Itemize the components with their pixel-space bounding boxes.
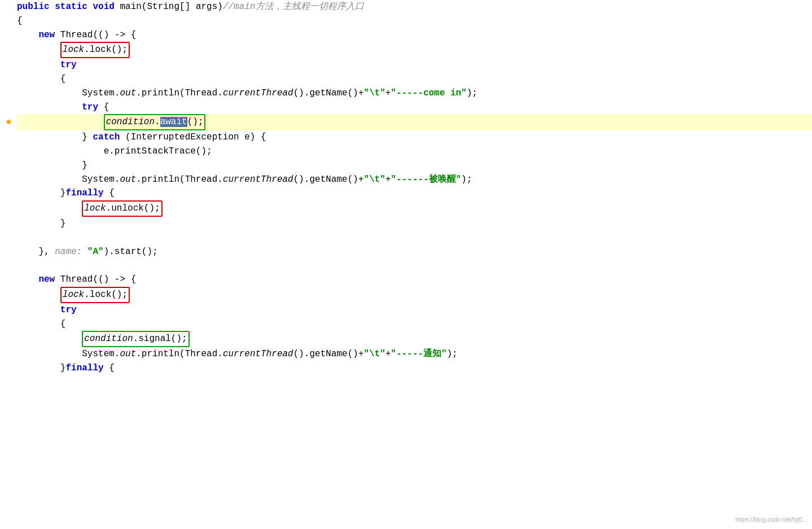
code-line-empty1 — [17, 231, 812, 245]
indent2b — [17, 361, 60, 375]
brace-try-open: { — [60, 72, 66, 86]
code-line: }, name: "A").start(); — [17, 245, 812, 259]
left-marker: ● — [6, 115, 12, 130]
code-line: e.printStackTrace(); — [17, 145, 812, 159]
indent3 — [17, 130, 82, 145]
string-tab2: "\t" — [364, 173, 385, 187]
semi1: ); — [467, 86, 477, 100]
keyword-static: static — [55, 0, 93, 14]
sysout1: System.out.println(Thread.currentThread(… — [82, 86, 363, 100]
brace-finally-open: { — [104, 186, 115, 200]
brace-finally-close: } — [60, 217, 66, 231]
condition-await-box: condition.await(); — [104, 114, 206, 130]
lock-unlock-box: lock.unlock(); — [82, 200, 162, 217]
brace-catch-close: } — [82, 130, 93, 145]
lock-italic: lock — [63, 45, 84, 55]
plus2: + — [385, 173, 391, 187]
code-line: System.out.println(Thread.currentThread(… — [17, 86, 812, 100]
indent2 — [17, 72, 60, 86]
code-line: new Thread(() -> { — [17, 28, 812, 42]
indent2b — [17, 303, 60, 317]
indent2b — [17, 317, 60, 331]
string-name-a: "A" — [87, 245, 104, 259]
lock-lock-box: lock.lock(); — [60, 42, 130, 58]
code-line: { — [17, 72, 812, 86]
code-line: try — [17, 58, 812, 72]
indent4 — [17, 145, 104, 159]
indent2b — [17, 288, 60, 302]
code-line: try — [17, 303, 812, 317]
condition-italic: condition — [106, 117, 155, 127]
thread-call2: Thread(() -> { — [60, 273, 136, 287]
keyword-public: public — [17, 0, 55, 14]
lock-italic3: lock — [63, 290, 84, 300]
code-line: }finally { — [17, 186, 812, 200]
keyword-new: new — [38, 28, 60, 42]
code-line: public static void main(String[] args)//… — [17, 0, 812, 14]
code-line: { — [17, 317, 812, 331]
indent1b — [17, 273, 38, 287]
brace-try2-close: } — [60, 361, 66, 375]
keyword-new2: new — [38, 273, 60, 287]
keyword-void: void — [93, 0, 120, 14]
plus1: + — [385, 86, 391, 100]
code-line-empty2 — [17, 259, 812, 273]
condition-italic2: condition — [84, 334, 133, 344]
keyword-try1: try — [60, 58, 77, 72]
code-line: }finally { — [17, 361, 812, 375]
indent4 — [17, 115, 104, 129]
indent3b — [17, 332, 82, 346]
indent1 — [17, 28, 38, 42]
code-line: System.out.println(Thread.currentThread(… — [17, 173, 812, 187]
indent3 — [17, 86, 82, 100]
string-wake-up: "------被唤醒" — [391, 173, 462, 187]
name-comment-a: name: — [55, 245, 87, 259]
code-line: } catch (InterruptedException e) { — [17, 130, 812, 145]
code-line: System.out.println(Thread.currentThread(… — [17, 347, 812, 361]
indent3 — [17, 100, 82, 115]
code-line: { — [17, 14, 812, 28]
code-line: new Thread(() -> { — [17, 273, 812, 287]
code-line: } — [17, 217, 812, 231]
string-tab3: "\t" — [364, 347, 385, 361]
condition-signal-box: condition.signal(); — [82, 331, 189, 347]
indent2 — [17, 186, 60, 200]
string-tab1: "\t" — [364, 86, 385, 100]
brace-try2-open: { — [60, 317, 66, 331]
semi2: ); — [461, 173, 472, 187]
printstacktrace: e.printStackTrace(); — [104, 145, 212, 159]
comment-main: //main方法，主线程一切程序入口 — [223, 0, 364, 14]
keyword-finally2: finally — [65, 361, 103, 375]
brace-finally2-open: { — [104, 361, 115, 375]
code-line: lock.lock(); — [17, 42, 812, 58]
brace-open: { — [17, 14, 23, 28]
code-line: try { — [17, 100, 812, 115]
keyword-catch: catch — [93, 130, 125, 145]
brace-try-close: } — [60, 186, 66, 200]
brace-inner-try: { — [98, 100, 109, 115]
await-highlight: await — [160, 117, 187, 127]
indent3b — [17, 347, 82, 361]
thread-call: Thread(() -> { — [60, 28, 136, 42]
code-container: public static void main(String[] args)//… — [0, 0, 812, 529]
code-line: lock.unlock(); — [17, 200, 812, 217]
sysout2: System.out.println(Thread.currentThread(… — [82, 173, 363, 187]
code-line: lock.lock(); — [17, 287, 812, 303]
keyword-try2: try — [82, 100, 98, 115]
indent2 — [17, 43, 60, 57]
indent2 — [17, 217, 60, 231]
string-come-in: "-----come in" — [391, 86, 467, 100]
string-notify: "-----通知" — [391, 347, 447, 361]
sysout3: System.out.println(Thread.currentThread(… — [82, 347, 363, 361]
keyword-finally1: finally — [65, 186, 103, 200]
code-line: } — [17, 159, 812, 173]
indent3 — [17, 173, 82, 187]
lock-italic2: lock — [84, 203, 106, 213]
code-line: condition.signal(); — [17, 331, 812, 347]
keyword-try3: try — [60, 303, 77, 317]
catch-param: (InterruptedException e) { — [125, 130, 266, 145]
lock-lock-box2: lock.lock(); — [60, 287, 130, 303]
method-main: main(String[] args) — [120, 0, 222, 14]
indent3 — [17, 159, 82, 173]
code-line-await: ● condition.await(); — [17, 114, 812, 130]
